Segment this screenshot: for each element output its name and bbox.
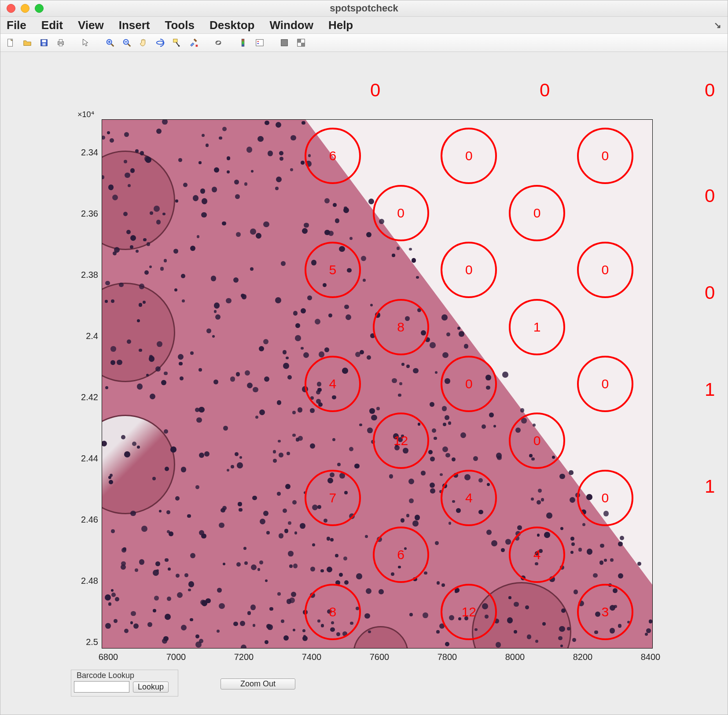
spot-circle[interactable]: 8 — [305, 584, 361, 640]
nucleus-dot — [238, 502, 242, 506]
lookup-button[interactable]: Lookup — [133, 682, 169, 693]
nucleus-dot — [266, 531, 269, 534]
new-file-icon[interactable] — [3, 36, 18, 49]
zoom-out-icon[interactable] — [119, 36, 134, 49]
nucleus-dot — [473, 456, 478, 461]
spot-circle[interactable]: 8 — [373, 299, 429, 355]
spot-circle[interactable]: 6 — [305, 128, 361, 184]
svg-rect-3 — [42, 40, 46, 43]
zoom-icon[interactable] — [35, 4, 44, 13]
barcode-input[interactable] — [74, 681, 129, 693]
nucleus-dot — [251, 170, 254, 173]
spot-circle[interactable]: 0 — [441, 242, 497, 298]
nucleus-dot — [412, 258, 416, 263]
menu-view[interactable]: View — [78, 18, 104, 32]
nucleus-dot — [333, 203, 337, 207]
brush-icon[interactable] — [186, 36, 201, 49]
nucleus-dot — [293, 311, 298, 316]
nucleus-dot — [482, 424, 486, 429]
spot-circle[interactable]: 4 — [441, 470, 497, 526]
spot-circle[interactable]: 0 — [509, 185, 565, 241]
nucleus-dot — [253, 387, 258, 392]
nucleus-dot — [489, 413, 493, 417]
axes-new-icon[interactable] — [277, 36, 292, 49]
menu-edit[interactable]: Edit — [41, 18, 63, 32]
menu-insert[interactable]: Insert — [119, 18, 150, 32]
nucleus-dot — [459, 331, 464, 336]
nucleus-dot — [105, 594, 111, 601]
nucleus-dot — [214, 310, 217, 313]
nucleus-dot — [223, 563, 225, 565]
colorbar-icon[interactable] — [235, 36, 250, 49]
nucleus-dot — [267, 624, 273, 630]
print-icon[interactable] — [53, 36, 68, 49]
nucleus-dot — [520, 408, 525, 413]
nucleus-dot — [111, 593, 116, 597]
nucleus-dot — [130, 235, 136, 241]
nucleus-dot — [279, 151, 283, 155]
zoom-in-icon[interactable] — [103, 36, 118, 49]
axes-image[interactable]: 6000050081400120740648123 — [102, 119, 653, 649]
spot-circle[interactable]: 0 — [577, 128, 633, 184]
spot-circle[interactable]: 0 — [577, 242, 633, 298]
pan-hand-icon[interactable] — [136, 36, 151, 49]
close-icon[interactable] — [7, 4, 15, 13]
spot-circle[interactable]: 12 — [373, 413, 429, 469]
spot-circle[interactable]: 0 — [509, 413, 565, 469]
spot-circle[interactable]: 1 — [509, 299, 565, 355]
spot-circle[interactable]: 5 — [305, 242, 361, 298]
spot-circle[interactable]: 12 — [441, 584, 497, 640]
rotate-3d-icon[interactable] — [153, 36, 168, 49]
nucleus-dot — [559, 474, 565, 479]
legend-icon[interactable] — [252, 36, 267, 49]
svg-point-19 — [178, 45, 180, 47]
nucleus-dot — [236, 232, 241, 237]
x-tick-label: 7000 — [166, 652, 186, 662]
nucleus-dot — [180, 376, 184, 380]
menu-overflow-icon[interactable]: ↘ — [714, 20, 721, 30]
nucleus-dot — [181, 467, 187, 472]
link-icon[interactable] — [211, 36, 226, 49]
spot-circle[interactable]: 3 — [577, 584, 633, 640]
nucleus-dot — [430, 457, 435, 461]
nucleus-dot — [276, 177, 282, 182]
nucleus-dot — [222, 221, 226, 226]
menu-file[interactable]: File — [7, 18, 26, 32]
menu-tools[interactable]: Tools — [165, 18, 195, 32]
nucleus-dot — [527, 634, 531, 639]
svg-rect-7 — [59, 44, 62, 46]
open-folder-icon[interactable] — [20, 36, 35, 49]
data-cursor-icon[interactable] — [169, 36, 184, 49]
spot-circle[interactable]: 0 — [373, 185, 429, 241]
spot-circle[interactable]: 0 — [441, 128, 497, 184]
spot-circle[interactable]: 0 — [577, 356, 633, 412]
nucleus-dot — [253, 624, 256, 627]
spot-circle[interactable]: 7 — [305, 470, 361, 526]
nucleus-dot — [111, 529, 115, 533]
spot-circle[interactable]: 0 — [577, 470, 633, 526]
window-title: spotspotcheck — [0, 3, 728, 14]
spot-circle[interactable]: 4 — [305, 356, 361, 412]
nucleus-dot — [310, 408, 314, 413]
axes-grid-icon[interactable] — [294, 36, 309, 49]
nucleus-dot — [409, 498, 414, 503]
minimize-icon[interactable] — [21, 4, 29, 13]
nucleus-dot — [359, 424, 362, 426]
nucleus-dot — [156, 220, 161, 224]
menu-desktop[interactable]: Desktop — [210, 18, 255, 32]
zoom-out-button[interactable]: Zoom Out — [221, 678, 295, 689]
nucleus-dot — [292, 434, 295, 437]
menu-help[interactable]: Help — [328, 18, 353, 32]
nucleus-dot — [389, 474, 393, 478]
nucleus-dot — [199, 453, 204, 458]
nucleus-dot — [230, 376, 235, 382]
spot-circle[interactable]: 6 — [373, 527, 429, 583]
nucleus-dot — [366, 232, 371, 237]
nucleus-dot — [112, 195, 118, 200]
pointer-icon[interactable] — [78, 36, 93, 49]
spot-circle[interactable]: 0 — [441, 356, 497, 412]
spot-circle[interactable]: 4 — [509, 527, 565, 583]
nucleus-dot — [167, 597, 171, 601]
save-icon[interactable] — [37, 36, 51, 49]
menu-window[interactable]: Window — [269, 18, 313, 32]
